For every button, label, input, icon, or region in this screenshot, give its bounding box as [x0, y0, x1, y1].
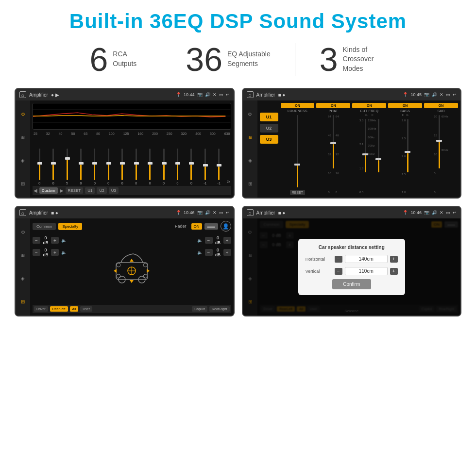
- phat-slider[interactable]: [333, 115, 334, 168]
- u3-button[interactable]: U3: [260, 135, 278, 144]
- eq-slider-1: 0: [34, 149, 45, 185]
- cutfreq-sub: G F: [365, 114, 374, 116]
- db-plus-1[interactable]: +: [51, 237, 59, 244]
- fader-specialty-tab[interactable]: Specialty: [58, 223, 82, 230]
- eq-expand-icon[interactable]: ⊞: [18, 179, 27, 188]
- horizontal-label: Horizontal: [306, 257, 332, 262]
- stat-crossover: 3 Kinds ofCrossover Modes: [295, 43, 411, 76]
- fader-rearright-btn[interactable]: RearRight: [209, 306, 230, 312]
- db-val-4: 0 dB: [214, 248, 222, 257]
- eq-custom-btn[interactable]: Custom: [39, 187, 58, 194]
- db-plus-3[interactable]: +: [223, 237, 231, 244]
- eq-slider-8: 0: [130, 149, 142, 185]
- db-minus-2[interactable]: −: [33, 249, 40, 256]
- vertical-plus[interactable]: +: [390, 268, 398, 275]
- fader-toggle[interactable]: ▬▬: [204, 223, 218, 230]
- fader-side-icons: ⚙ ≋ ◈ ⊞: [16, 218, 30, 316]
- home-icon[interactable]: ⌂: [19, 91, 26, 98]
- eq-x-icon: ✕: [213, 92, 217, 97]
- horizontal-minus[interactable]: −: [335, 256, 342, 263]
- loudness-reset[interactable]: RESET: [290, 190, 305, 195]
- cutfreq-toggle[interactable]: ON: [352, 103, 386, 108]
- amp-wave-icon[interactable]: ≋: [246, 133, 255, 142]
- eq-slider-5: 0: [89, 149, 101, 185]
- amp-cam-icon: 📷: [424, 92, 429, 97]
- bass-toggle[interactable]: ON: [388, 103, 422, 108]
- sub-slider[interactable]: [439, 115, 440, 168]
- fader-wave-icon[interactable]: ≋: [18, 251, 27, 260]
- u1-button[interactable]: U1: [260, 113, 278, 121]
- screen-amp-time: 10:45: [410, 92, 422, 97]
- screen-eq-bar-right: 📍 10:44 📷 🔊 ✕ ▭ ↩: [176, 92, 230, 97]
- confirm-button[interactable]: Confirm: [332, 279, 371, 289]
- fader-rearleft-btn[interactable]: RearLeft: [50, 306, 68, 312]
- db-val-3: 0 dB: [214, 235, 222, 245]
- sub-scale: 20151050: [434, 115, 437, 194]
- screen-amp-title: Amplifier: [256, 92, 275, 98]
- eq-speaker-icon[interactable]: ◈: [18, 156, 27, 165]
- eq-u1-btn[interactable]: U1: [85, 187, 95, 194]
- eq-next-arrow[interactable]: ▶: [60, 188, 64, 193]
- svg-marker-14: [130, 259, 134, 262]
- eq-wave-icon[interactable]: ≋: [18, 133, 27, 142]
- eq-vol-icon: 🔊: [205, 92, 210, 97]
- fader-on-badge: ON: [191, 223, 202, 230]
- speaker-icon-3: 🔈: [197, 238, 203, 243]
- fader-driver-btn[interactable]: Driver: [34, 306, 48, 312]
- fader-filter-icon[interactable]: ⚙: [18, 228, 27, 237]
- u2-button[interactable]: U2: [260, 124, 278, 133]
- fader-common-tab[interactable]: Common: [33, 223, 56, 230]
- stat-eq-text: EQ AdjustableSegments: [227, 50, 271, 68]
- page-container: Built-in 36EQ DSP Sound System 6 RCAOutp…: [0, 0, 476, 449]
- fader-all-btn[interactable]: All: [70, 306, 79, 312]
- eq-slider-3: 5: [61, 149, 73, 185]
- distance-vol-icon: 🔊: [432, 210, 437, 215]
- amp-expand-icon[interactable]: ⊞: [246, 179, 255, 188]
- loudness-slider[interactable]: [297, 115, 298, 187]
- eq-reset-btn[interactable]: RESET: [66, 187, 84, 194]
- amp-filter-icon[interactable]: ⚙: [246, 110, 255, 119]
- db-minus-3[interactable]: −: [205, 237, 213, 244]
- cutfreq-slider2[interactable]: [378, 119, 379, 172]
- amp-home-icon[interactable]: ⌂: [247, 91, 254, 98]
- dialog-title: Car speaker distance setting: [306, 245, 398, 250]
- horizontal-plus[interactable]: +: [390, 256, 398, 263]
- screen-distance: ⌂ Amplifier ■ ● 📍 10:46 📷 🔊 ✕ ▭ ↩ ⚙ ≋: [242, 206, 462, 316]
- distance-status-dots: ■ ●: [278, 210, 285, 216]
- fader-user-btn[interactable]: User: [80, 306, 92, 312]
- fader-expand-icon[interactable]: ⊞: [18, 297, 27, 306]
- db-minus-4[interactable]: −: [205, 249, 213, 256]
- fader-home-icon[interactable]: ⌂: [19, 209, 26, 216]
- db-row-1: − 0 dB + 🔈: [33, 235, 67, 245]
- vertical-minus[interactable]: −: [335, 268, 342, 275]
- distance-rect-icon: ▭: [446, 210, 450, 215]
- amp-back-icon: ↩: [453, 92, 457, 97]
- screen-eq-bar-left: ⌂ Amplifier ● ▶: [19, 91, 59, 98]
- car-diagram: [69, 235, 195, 304]
- phat-toggle[interactable]: ON: [316, 103, 350, 108]
- bass-slider[interactable]: [407, 119, 408, 172]
- fader-copilot-btn[interactable]: Copilot: [192, 306, 207, 312]
- amp-speaker-icon[interactable]: ◈: [246, 156, 255, 165]
- sub-toggle[interactable]: ON: [424, 103, 458, 108]
- screen-fader-bar-left: ⌂ Amplifier ■ ●: [19, 209, 58, 216]
- eq-rect-icon: ▭: [219, 92, 223, 97]
- cutfreq-slider1[interactable]: [365, 119, 366, 172]
- fader-speaker-icon[interactable]: ◈: [18, 274, 27, 283]
- amp-status-dots: ■ ●: [278, 92, 285, 98]
- eq-u2-btn[interactable]: U2: [97, 187, 106, 194]
- db-plus-2[interactable]: +: [51, 249, 59, 256]
- loudness-label: LOUDNESS: [288, 109, 307, 113]
- eq-slider-10: 0: [158, 149, 170, 185]
- distance-location-icon: 📍: [403, 210, 408, 215]
- screen-distance-time: 10:46: [410, 210, 422, 215]
- vertical-value: 110cm: [345, 267, 388, 275]
- distance-home-icon[interactable]: ⌂: [247, 209, 254, 216]
- eq-u3-btn[interactable]: U3: [109, 187, 119, 194]
- db-plus-4[interactable]: +: [223, 249, 231, 256]
- db-minus-1[interactable]: −: [33, 237, 40, 244]
- eq-prev-arrow[interactable]: ◀: [34, 188, 37, 193]
- loudness-toggle[interactable]: ON: [281, 103, 315, 108]
- eq-filter-icon[interactable]: ⚙: [18, 110, 27, 119]
- screen-distance-bar-right: 📍 10:46 📷 🔊 ✕ ▭ ↩: [403, 210, 457, 215]
